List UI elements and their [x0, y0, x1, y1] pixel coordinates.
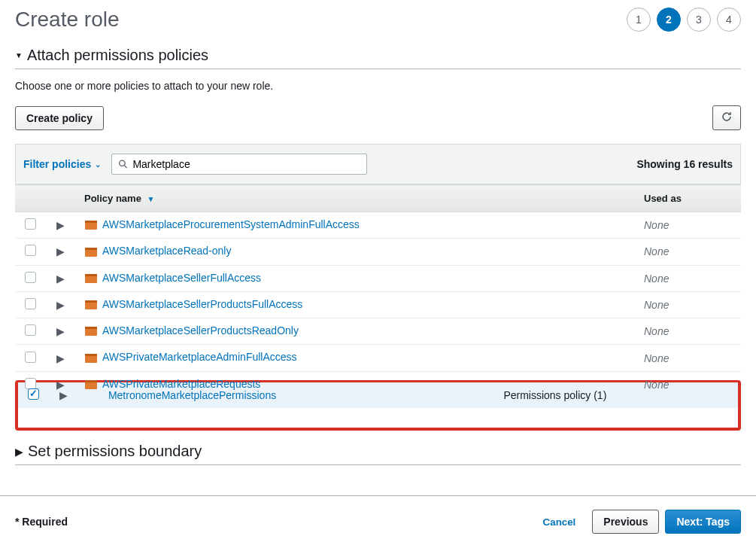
- svg-rect-15: [85, 380, 97, 382]
- table-row[interactable]: ▶AWSMarketplaceSellerProductsReadOnlyNon…: [15, 318, 741, 345]
- required-label: * Required: [15, 516, 68, 528]
- policy-link[interactable]: AWSMarketplaceSellerProductsFullAccess: [102, 298, 302, 310]
- used-as-cell: None: [635, 212, 741, 239]
- page-title: Create role: [15, 8, 120, 32]
- row-checkbox[interactable]: [25, 272, 36, 283]
- wizard-steps: 1 2 3 4: [627, 8, 741, 32]
- svg-rect-9: [85, 300, 97, 303]
- policy-link[interactable]: AWSMarketplaceRead-only: [102, 245, 231, 257]
- col-expand: [45, 185, 75, 212]
- chevron-down-icon: ▼: [15, 51, 23, 59]
- svg-rect-5: [85, 248, 97, 250]
- filter-policies-label: Filter policies: [23, 158, 91, 170]
- svg-rect-7: [85, 274, 97, 276]
- permissions-boundary-title: Set permissions boundary: [28, 443, 202, 460]
- step-1[interactable]: 1: [627, 8, 651, 32]
- policy-link[interactable]: AWSPrivateMarketplaceRequests: [102, 378, 260, 390]
- row-checkbox[interactable]: [28, 388, 39, 400]
- row-checkbox[interactable]: [25, 352, 36, 363]
- used-as-cell: None: [635, 239, 741, 265]
- table-row[interactable]: ▶AWSMarketplaceRead-onlyNone: [15, 239, 741, 265]
- filter-policies-link[interactable]: Filter policies ⌄: [23, 158, 101, 170]
- attach-policies-header[interactable]: ▼ Attach permissions policies: [15, 47, 741, 69]
- sort-down-icon: ▼: [147, 195, 155, 203]
- row-checkbox[interactable]: [25, 245, 36, 256]
- search-icon: [118, 159, 128, 169]
- table-row[interactable]: ▶AWSMarketplaceSellerProductsFullAccessN…: [15, 291, 741, 318]
- step-2[interactable]: 2: [657, 8, 681, 32]
- policy-link[interactable]: AWSMarketplaceSellerProductsReadOnly: [102, 324, 299, 336]
- search-box[interactable]: [111, 154, 367, 175]
- attach-description: Choose one or more policies to attach to…: [15, 80, 741, 92]
- used-as-cell: None: [635, 291, 741, 318]
- svg-point-0: [120, 160, 125, 166]
- search-input[interactable]: [132, 158, 360, 170]
- previous-button[interactable]: Previous: [592, 510, 659, 534]
- used-as-cell: None: [635, 265, 741, 291]
- policy-link[interactable]: MetronomeMarketplacePermissions: [108, 389, 276, 401]
- row-checkbox[interactable]: [25, 324, 36, 336]
- create-policy-button[interactable]: Create policy: [15, 106, 104, 130]
- used-as-cell: None: [635, 318, 741, 345]
- used-as-cell: Permissions policy (1): [494, 382, 738, 408]
- policy-link[interactable]: AWSPrivateMarketplaceAdminFullAccess: [102, 351, 297, 363]
- step-3[interactable]: 3: [687, 8, 711, 32]
- footer: * Required Cancel Previous Next: Tags: [0, 495, 756, 539]
- svg-line-1: [124, 166, 126, 168]
- policy-link[interactable]: AWSMarketplaceProcurementSystemAdminFull…: [102, 218, 360, 230]
- chevron-right-icon: ▶: [15, 446, 23, 458]
- col-policy-name-label: Policy name: [84, 193, 141, 204]
- svg-rect-3: [85, 221, 97, 223]
- col-used-as[interactable]: Used as: [635, 185, 741, 212]
- cancel-button[interactable]: Cancel: [533, 511, 587, 533]
- filter-bar: Filter policies ⌄ Showing 16 results: [15, 144, 741, 184]
- svg-rect-13: [85, 354, 97, 356]
- col-policy-name[interactable]: Policy name ▼: [75, 185, 635, 212]
- refresh-button[interactable]: [712, 105, 741, 130]
- used-as-cell: None: [635, 345, 741, 371]
- expand-row-icon[interactable]: ▶: [45, 239, 75, 265]
- policy-link[interactable]: AWSMarketplaceSellerFullAccess: [102, 272, 261, 284]
- chevron-down-icon: ⌄: [95, 160, 101, 169]
- policies-table: Policy name ▼ Used as ▶AWSMarketplacePro…: [15, 184, 741, 398]
- table-row[interactable]: ▶AWSPrivateMarketplaceAdminFullAccessNon…: [15, 345, 741, 371]
- row-checkbox[interactable]: [25, 218, 36, 230]
- expand-row-icon[interactable]: ▶: [45, 345, 75, 371]
- col-checkbox: [15, 185, 45, 212]
- step-4[interactable]: 4: [717, 8, 741, 32]
- expand-row-icon[interactable]: ▶: [45, 212, 75, 239]
- row-checkbox[interactable]: [25, 298, 36, 309]
- expand-row-icon[interactable]: ▶: [45, 291, 75, 318]
- expand-row-icon[interactable]: ▶: [45, 265, 75, 291]
- results-count: Showing 16 results: [636, 158, 733, 170]
- permissions-boundary-header[interactable]: ▶ Set permissions boundary: [15, 443, 741, 465]
- table-row[interactable]: ▶AWSMarketplaceSellerFullAccessNone: [15, 265, 741, 291]
- refresh-icon: [721, 111, 733, 123]
- svg-rect-11: [85, 327, 97, 329]
- attach-policies-title: Attach permissions policies: [27, 47, 208, 64]
- next-button[interactable]: Next: Tags: [665, 510, 741, 534]
- expand-row-icon[interactable]: ▶: [45, 318, 75, 345]
- table-row[interactable]: ▶AWSMarketplaceProcurementSystemAdminFul…: [15, 212, 741, 239]
